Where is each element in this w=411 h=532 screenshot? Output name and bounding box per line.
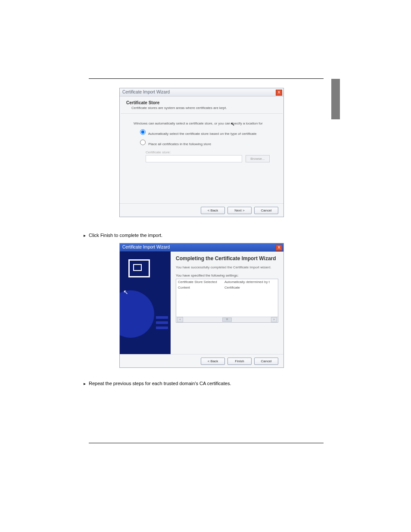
dialog-titlebar[interactable]: Certificate Import Wizard X [120, 88, 283, 96]
cell-value: Certificate [224, 286, 240, 289]
cursor-icon: ↖ [123, 289, 128, 296]
certificate-icon [128, 259, 150, 277]
scroll-thumb[interactable]: III [222, 317, 232, 322]
section-heading: Certificate Store [126, 100, 277, 105]
radio-auto-label: Automatically select the certificate sto… [148, 132, 257, 136]
step-repeat-text: Repeat the previous steps for each trust… [89, 381, 231, 386]
completion-text: You have successfully completed the Cert… [176, 265, 278, 269]
scroll-right-icon[interactable]: › [271, 317, 277, 322]
radio-manual-row[interactable]: Place all certificates in the following … [134, 138, 270, 146]
dialog-title: Certificate Import Wizard [122, 245, 170, 249]
completion-heading: Completing the Certificate Import Wizard [176, 256, 278, 262]
footer-rule [89, 443, 324, 443]
close-icon[interactable]: X [276, 90, 282, 96]
cell-key: Content [178, 286, 224, 289]
cell-value: Automatically determined by t [224, 280, 270, 284]
back-button[interactable]: < Back [201, 358, 225, 365]
body-intro-text: Windows can automatically select a certi… [134, 121, 270, 125]
scroll-left-icon[interactable]: ‹ [177, 317, 183, 322]
radio-auto-row[interactable]: Automatically select the certificate sto… [134, 128, 270, 136]
dialog-cert-complete: Certificate Import Wizard X ↖ Completing… [119, 243, 284, 368]
settings-listbox[interactable]: Certificate Store Selected Automatically… [176, 279, 278, 323]
dialog-footer: < Back Finish Cancel [120, 354, 283, 367]
horizontal-scrollbar[interactable]: ‹ III › [176, 317, 278, 322]
header-rule [89, 78, 324, 79]
dialog-footer: < Back Next > Cancel [120, 203, 283, 217]
back-button[interactable]: < Back [201, 207, 225, 214]
radio-manual[interactable] [140, 140, 146, 145]
browse-button[interactable]: Browse... [246, 155, 270, 162]
cell-key: Certificate Store Selected [178, 280, 224, 284]
cancel-button[interactable]: Cancel [254, 207, 278, 214]
wizard-sidebar-art: ↖ [120, 252, 171, 354]
decorative-bars [156, 316, 168, 332]
finish-button[interactable]: Finish [227, 358, 252, 365]
store-path-input[interactable] [146, 155, 242, 162]
radio-manual-label: Place all certificates in the following … [148, 142, 211, 146]
radio-auto[interactable] [140, 129, 146, 135]
dialog-cert-store: Certificate Import Wizard X Certificate … [119, 88, 284, 217]
step-finish-text: Click Finish to complete the import. [89, 233, 162, 238]
dialog-title: Certificate Import Wizard [122, 90, 170, 94]
store-field-label: Certificate store: [146, 150, 270, 154]
dialog-titlebar[interactable]: Certificate Import Wizard X [120, 243, 283, 252]
document-page: Certificate Import Wizard X Certificate … [0, 0, 411, 532]
decorative-circle [120, 290, 154, 338]
close-icon[interactable]: X [276, 245, 282, 251]
list-item: Content Certificate [176, 285, 278, 290]
page-index-tab [331, 79, 340, 119]
section-subtext: Certificate stores are system areas wher… [131, 106, 277, 110]
next-button[interactable]: Next > [227, 207, 252, 214]
list-item: Certificate Store Selected Automatically… [176, 279, 278, 285]
settings-label: You have specified the following setting… [176, 274, 278, 277]
cancel-button[interactable]: Cancel [254, 358, 278, 365]
